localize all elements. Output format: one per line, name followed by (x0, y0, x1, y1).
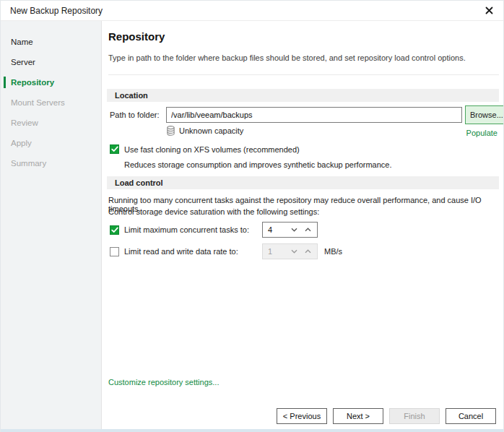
limit-tasks-row: Limit maximum concurrent tasks to: 4 (110, 222, 249, 238)
load-control-section-header: Load control (107, 176, 499, 189)
limit-tasks-checkbox[interactable] (110, 225, 119, 235)
rate-unit-label: MB/s (324, 243, 342, 259)
rate-value-spinner: 1 (262, 243, 318, 259)
sidebar-item-name[interactable]: Name (1, 32, 101, 52)
new-backup-repository-dialog: New Backup Repository Name Server Reposi… (0, 0, 504, 432)
close-icon[interactable] (483, 5, 495, 17)
header-divider (108, 74, 499, 75)
wizard-buttons: < Previous Next > Finish Cancel (277, 408, 496, 424)
title-bar: New Backup Repository (1, 1, 503, 21)
location-section-header: Location (107, 89, 499, 102)
spinner-down-icon[interactable] (291, 228, 297, 232)
main-content: Repository Type in path to the folder wh… (102, 21, 503, 429)
browse-button[interactable]: Browse... (465, 105, 503, 124)
location-section-label: Location (115, 91, 148, 100)
tasks-count-spinner[interactable]: 4 (262, 222, 318, 238)
path-to-folder-label: Path to folder: (110, 107, 160, 123)
rate-value: 1 (263, 247, 291, 256)
sidebar-item-mount-servers: Mount Servers (1, 92, 101, 113)
sidebar-item-summary: Summary (1, 153, 101, 173)
spinner-up-icon (305, 249, 311, 254)
cancel-button[interactable]: Cancel (446, 408, 496, 424)
window-title: New Backup Repository (10, 6, 483, 16)
load-control-description-line2: Control storage device saturation with t… (108, 207, 319, 216)
limit-rate-row: Limit read and write data rate to: 1 MB/… (110, 243, 249, 259)
sidebar-item-apply: Apply (1, 133, 101, 153)
populate-link[interactable]: Populate (466, 129, 498, 137)
sidebar-item-repository[interactable]: Repository (1, 72, 101, 92)
wizard-steps-sidebar: Name Server Repository Mount Servers Rev… (1, 21, 102, 429)
sidebar-item-review: Review (1, 113, 101, 133)
tasks-count-value: 4 (263, 225, 291, 234)
capacity-status: Unknown capacity (166, 126, 243, 136)
fast-clone-note: Reduces storage consumption and improves… (124, 160, 392, 169)
storage-database-icon (166, 126, 175, 136)
fast-clone-row: Use fast cloning on XFS volumes (recomme… (110, 144, 300, 154)
spinner-up-icon[interactable] (305, 228, 311, 232)
customize-repository-settings-link[interactable]: Customize repository settings... (108, 378, 219, 386)
sidebar-item-server[interactable]: Server (1, 52, 101, 72)
previous-button[interactable]: < Previous (277, 408, 327, 424)
fast-clone-checkbox[interactable] (110, 144, 119, 154)
next-button[interactable]: Next > (333, 408, 383, 424)
spinner-down-icon (291, 249, 297, 254)
finish-button: Finish (389, 408, 440, 424)
limit-tasks-label: Limit maximum concurrent tasks to: (124, 222, 249, 238)
limit-rate-checkbox[interactable] (110, 247, 119, 256)
load-control-section-label: Load control (115, 178, 163, 187)
page-subtitle: Type in path to the folder where backup … (108, 53, 466, 62)
limit-rate-label: Limit read and write data rate to: (124, 243, 249, 259)
path-to-folder-input[interactable] (166, 107, 462, 123)
fast-clone-label: Use fast cloning on XFS volumes (recomme… (124, 145, 300, 154)
capacity-text: Unknown capacity (179, 126, 243, 135)
page-title: Repository (108, 30, 165, 43)
window-bottom-edge (1, 429, 503, 432)
